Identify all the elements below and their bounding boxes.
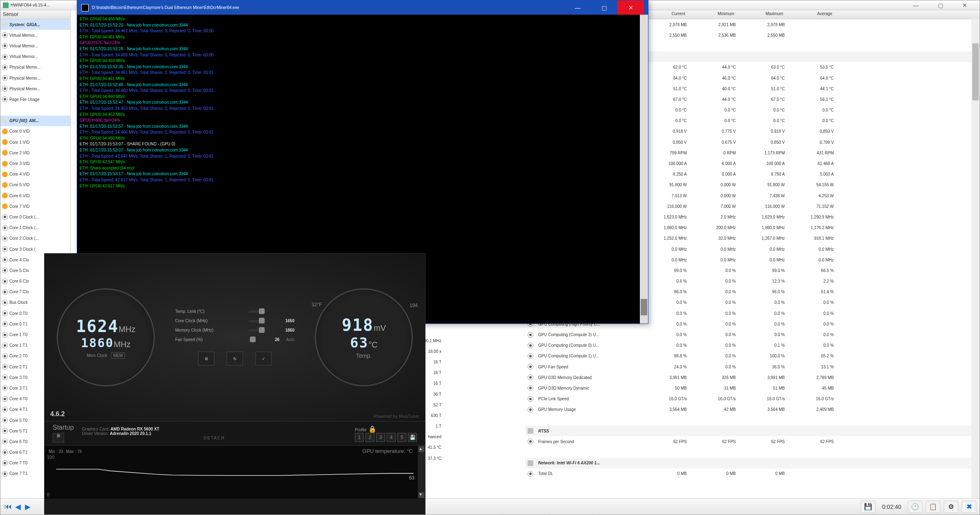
cmd-minimize-button[interactable]: — (564, 0, 591, 15)
tree-header[interactable]: Sensor (0, 10, 70, 19)
profile-button-3[interactable]: 3 (376, 433, 385, 442)
sensor-row[interactable]: GPU Memory Usage3,564 MB42 MB3,564 MB2,4… (525, 404, 980, 415)
sensor-cur: 0.918 V (641, 129, 690, 134)
tree-item[interactable]: Core 0 VID (0, 126, 70, 137)
sensor-row[interactable]: GPU Computing (Compute 0) U...0.0 %0.0 %… (525, 340, 980, 351)
tree-item[interactable]: Virtual Memor... (0, 30, 70, 40)
reset-icon[interactable]: ↻ (227, 352, 243, 366)
sensor-cur: 1,860.0 MHz (641, 225, 690, 230)
ab-version: 4.6.2 (50, 410, 65, 418)
nav-prev-icon[interactable]: ◀ (13, 502, 22, 511)
sensor-min: 16.0 GT/s (690, 397, 739, 401)
profile-button-4[interactable]: 4 (387, 433, 396, 442)
nav-first-icon[interactable]: ⏮ (4, 502, 13, 511)
tree-item[interactable]: Physical Memo... (0, 62, 70, 73)
col-maximum[interactable]: Maximum (737, 10, 786, 19)
sensor-avg: 62 FPS (788, 439, 837, 444)
ab-slider[interactable]: Memory Clock (MHz)1860 (175, 328, 294, 332)
tree-item-label: Core 3 VID (9, 161, 29, 166)
toolbar-clock-icon[interactable]: 🕐 (908, 501, 922, 513)
sensor-min: 0.000 W (690, 183, 739, 187)
slider-track[interactable] (249, 329, 266, 332)
tree-item[interactable]: Core 7 VID (0, 201, 70, 212)
tree-item-label: Virtual Memor... (9, 44, 38, 48)
startup-toggle[interactable]: ⊞ (53, 433, 64, 443)
tree-item[interactable]: GPU [#0]: AM... (0, 116, 70, 126)
tree-item[interactable]: System: GIGA... (0, 19, 70, 30)
sensor-row[interactable]: Frames per Second62 FPS62 FPS62 FPS62 FP… (525, 436, 980, 447)
tree-item[interactable]: Core 2 Clock (... (0, 233, 70, 244)
toolbar-settings-icon[interactable]: ⚙ (944, 501, 958, 513)
sensor-group-row[interactable]: Network: Intel Wi-Fi 6 AX200 1... (525, 458, 980, 468)
sensor-min: 44.0 °C (690, 97, 739, 102)
tree-item[interactable]: Physical Memo... (0, 83, 70, 94)
tree-item[interactable]: Core 2 VID (0, 147, 70, 158)
sensor-row[interactable]: GPU D3D Memory Dedicated3,991 MB326 MB3,… (525, 372, 980, 383)
minimize-button[interactable]: — (908, 2, 924, 9)
profile-button-2[interactable]: 2 (365, 433, 374, 442)
tree-item[interactable]: Core 4 VID (0, 169, 70, 180)
sensor-scrollbar[interactable] (971, 19, 980, 498)
sensor-row[interactable]: GPU Computing (Compute 1) U...98.8 %0.0 … (525, 351, 980, 361)
sensor-avg: 66.5 % (788, 268, 837, 273)
sensor-cur: 51.0 °C (641, 87, 690, 91)
profile-save-icon[interactable]: 💾 (408, 433, 417, 442)
sensor-row[interactable]: GPU D3D Memory Dynamic50 MB31 MB51 MB45 … (525, 383, 980, 393)
cmd-maximize-button[interactable]: ▢ (591, 0, 617, 15)
graph-scrollbar[interactable]: ▲ ▼ (418, 446, 425, 499)
sensor-min: 0.0 MHz (690, 247, 739, 252)
nav-next-icon[interactable]: ▶ (23, 502, 32, 511)
settings-icon[interactable]: ⚙ (198, 352, 214, 366)
tree-item[interactable]: Physical Memo... (0, 73, 70, 83)
profile-button-5[interactable]: 5 (397, 433, 406, 442)
toolbar-log-icon[interactable]: 📋 (926, 501, 940, 513)
ab-slider[interactable]: Fan Speed (%)26Auto (175, 337, 294, 342)
cmd-close-button[interactable]: ✕ (617, 0, 644, 15)
tree-item[interactable]: Core 1 VID (0, 137, 70, 147)
sensor-max: 0.0 % (739, 300, 788, 305)
col-minimum[interactable]: Minimum (688, 10, 737, 19)
cmd-line: ETH: GPU0 34.453 Mh/s (80, 112, 646, 118)
detach-label[interactable]: DETACH (82, 436, 347, 440)
sensor-row[interactable]: GPU Fan Speed24.0 %0.0 %36.0 %13.1 % (525, 361, 980, 372)
hwinfo-app-icon (3, 2, 9, 8)
maximize-button[interactable]: ▢ (932, 2, 949, 9)
profile-button-1[interactable]: 1 (355, 433, 364, 442)
cmd-line: ETH: GPU0 34.459 Mh/s (80, 58, 646, 64)
tree-item[interactable] (0, 105, 70, 116)
tree-item[interactable]: Core 3 VID (0, 158, 70, 169)
slider-track[interactable] (249, 339, 251, 341)
slider-track[interactable] (249, 310, 266, 313)
apply-icon[interactable]: ✓ (255, 352, 272, 366)
sensor-row[interactable]: Total DL0 MB0 MB0 MB (525, 468, 980, 479)
close-button[interactable]: ✕ (957, 2, 973, 9)
ab-slider[interactable]: Temp. Limit (°C) (175, 309, 294, 314)
toolbar-close-icon[interactable]: ✖ (962, 501, 976, 513)
mem-button[interactable]: MEM (111, 352, 125, 359)
temp-graph[interactable]: Min : 33 Max : 78 GPU temperature, °C 10… (45, 446, 425, 499)
sensor-cur: 0 MB (641, 471, 690, 476)
ab-slider[interactable]: Core Clock (MHz)1650 (175, 319, 294, 323)
sensor-row[interactable]: PCIe Link Speed16.0 GT/s16.0 GT/s16.0 GT… (525, 394, 980, 404)
col-average[interactable]: Average (786, 10, 835, 19)
sensor-avg: 61.4 % (788, 290, 837, 294)
cmd-scrollbar[interactable] (640, 15, 648, 323)
tree-item[interactable]: Core 0 Clock (... (0, 212, 70, 222)
cmd-line: ETH: 01/17/20-15:52:46 - New job from co… (80, 82, 646, 88)
tree-item[interactable]: Core 6 VID (0, 190, 70, 201)
cmd-titlebar[interactable]: D:\Installs\Bitcoin\Ethereum\Claymore's … (77, 0, 648, 15)
slider-track[interactable] (249, 320, 266, 322)
sensor-name: GPU Computing (Compute 3) U... (535, 332, 641, 337)
tree-item[interactable]: Virtual Memor... (0, 51, 70, 62)
tree-item[interactable]: Virtual Memor... (0, 40, 70, 51)
sensor-group-row[interactable]: RTSS (525, 426, 980, 436)
cmd-line: ETH: Share accepted (94 ms)! (80, 165, 646, 172)
cmd-line: ETH - Total Speed: 42.547 Mh/s, Total Sh… (80, 154, 646, 160)
tree-item[interactable]: Page File Usage (0, 94, 70, 105)
tree-item-label: Physical Memo... (9, 87, 40, 91)
tree-item[interactable]: Core 5 VID (0, 180, 70, 190)
auto-label[interactable]: Auto (286, 337, 294, 342)
sensor-row[interactable]: GPU Computing (Compute 3) U...0.0 %0.0 %… (525, 329, 980, 340)
toolbar-save-icon[interactable]: 💾 (861, 501, 875, 513)
tree-item[interactable]: Core 1 Clock (... (0, 223, 70, 233)
